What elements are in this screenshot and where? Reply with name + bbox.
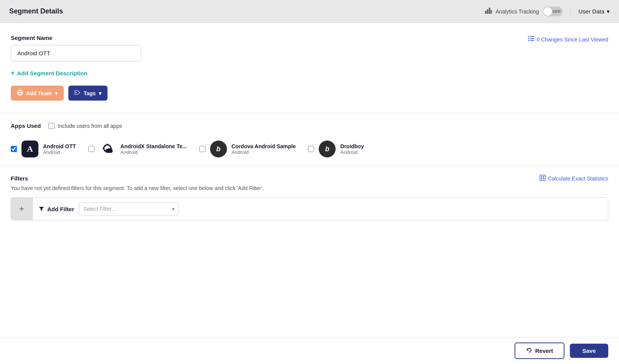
svg-rect-18 [543,176,544,177]
app-item-android-ott: A Android OTT Android [11,141,76,157]
app-platform-droidboy: Android [340,149,364,155]
globe-icon [17,89,23,97]
apps-used-section: Apps Used Include users from all apps A … [11,122,608,165]
app-platform-android-ott: Android [43,149,76,155]
app-item-droidboy: b Droidboy Android [308,141,364,157]
svg-rect-3 [491,10,492,14]
add-filter-main: Add Filter ▾ Select Filter... [33,198,608,220]
app-platform-cordova: Android [232,149,296,155]
include-all-checkbox[interactable] [48,123,55,129]
segment-name-input[interactable] [11,45,141,61]
filters-section: Filters Calculate Exact Statistics You [11,175,608,220]
svg-rect-15 [541,176,542,177]
analytics-tracking-label: Analytics Tracking [496,8,539,15]
app-info-androidx: AndroidX Standalone Te... Android [121,143,187,155]
filter-select[interactable] [79,202,179,215]
revert-button[interactable]: Revert [515,342,564,359]
filters-header: Filters Calculate Exact Statistics [11,175,608,182]
svg-rect-17 [541,179,542,179]
analytics-toggle[interactable]: OFF [543,7,563,17]
app-icon-droidboy: b [319,141,336,157]
chevron-down-icon: ▾ [607,8,610,15]
app-name-androidx: AndroidX Standalone Te... [121,143,187,149]
changes-label: 0 Changes Since Last Viewed [536,36,608,43]
plus-icon: + [11,69,15,77]
toggle-state-label: OFF [552,9,561,14]
app-checkbox-androidx[interactable] [88,146,94,152]
tags-button[interactable]: Tags ▾ [68,86,108,101]
add-filter-label: Add Filter [39,206,74,212]
segment-name-label: Segment Name [11,35,528,41]
svg-rect-8 [528,40,530,41]
svg-point-13 [75,92,76,93]
filters-empty-text: You have not yet defined filters for thi… [11,185,608,191]
app-item-androidx: 🌤 AndroidX Standalone Te... Android [88,141,187,157]
svg-rect-6 [528,38,530,39]
add-filter-text: Add Filter [47,206,74,212]
save-label: Save [582,347,596,354]
add-filter-plus-button[interactable]: + [11,198,33,220]
svg-rect-2 [489,8,490,14]
analytics-tracking: Analytics Tracking OFF [485,7,563,17]
app-item-cordova: b Cordova Android Sample Android [199,141,296,157]
app-name-cordova: Cordova Android Sample [232,143,296,149]
app-checkbox-cordova[interactable] [199,146,205,152]
list-icon [528,36,534,43]
apps-used-title: Apps Used [11,122,41,129]
segment-name-section: Segment Name 0 Changes Since Last Viewed [11,35,608,61]
add-description-link[interactable]: + Add Segment Description [11,69,608,77]
main-content: Segment Name 0 Changes Since Last Viewed… [0,23,619,337]
add-description-label: Add Segment Description [17,70,88,76]
svg-rect-20 [543,179,544,179]
footer: Revert Save [0,337,619,364]
filter-icon [39,206,44,212]
app-name-droidboy: Droidboy [340,143,364,149]
svg-rect-5 [530,36,534,37]
svg-rect-19 [543,177,544,178]
calc-stats-icon [540,175,546,182]
svg-rect-14 [540,175,545,180]
page-title: Segment Details [9,7,63,15]
app-name-android-ott: Android OTT [43,143,76,149]
revert-icon [526,347,532,354]
changes-link[interactable]: 0 Changes Since Last Viewed [528,36,608,43]
add-team-button[interactable]: Add Team ▾ [11,86,64,101]
segment-name-left: Segment Name [11,35,528,61]
divider-2 [0,165,619,165]
add-team-chevron-icon: ▾ [55,90,58,96]
add-filter-row: + Add Filter ▾ Select Filter... [11,197,608,220]
app-info-android-ott: Android OTT Android [43,143,76,155]
toggle-knob [543,7,552,16]
user-data-label: User Data [578,8,604,15]
divider-1 [0,113,619,113]
app-icon-cordova: b [210,141,227,157]
tag-icon [74,90,81,96]
filter-select-wrapper: ▾ Select Filter... [79,202,179,215]
apps-used-header: Apps Used Include users from all apps [11,122,608,129]
svg-rect-16 [541,177,542,178]
save-button[interactable]: Save [570,344,608,358]
app-platform-androidx: Android [121,149,187,155]
filters-title: Filters [11,175,28,182]
app-checkbox-android-ott[interactable] [11,146,17,152]
tags-label: Tags [84,90,96,96]
calc-stats-label: Calculate Exact Statistics [548,175,608,182]
analytics-icon [485,8,492,15]
app-info-cordova: Cordova Android Sample Android [232,143,296,155]
app-checkbox-droidboy[interactable] [308,146,314,152]
app-icon-androidx: 🌤 [99,141,116,157]
include-all-text: Include users from all apps [58,123,122,129]
header: Segment Details Analytics Tracking OFF U… [0,0,619,23]
svg-rect-0 [485,11,487,14]
header-right: Analytics Tracking OFF User Data ▾ [485,7,610,17]
add-team-label: Add Team [26,90,52,96]
svg-rect-7 [530,38,534,39]
revert-label: Revert [535,347,553,354]
user-data-button[interactable]: User Data ▾ [570,8,610,15]
svg-rect-4 [528,36,530,37]
svg-rect-1 [487,9,488,14]
svg-rect-9 [530,40,534,41]
tags-chevron-icon: ▾ [99,90,101,96]
include-all-label[interactable]: Include users from all apps [48,123,122,129]
calc-stats-link[interactable]: Calculate Exact Statistics [540,175,608,182]
